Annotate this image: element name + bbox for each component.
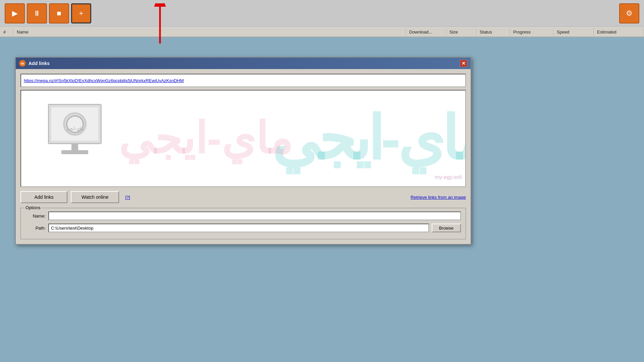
monitor-body: ماي-ايجي xyxy=(48,104,102,144)
dialog-body: https://mega.nz/#!Sn5kXloD!EyXdhcxWqnGz6… xyxy=(16,69,471,244)
monitor-inner-icon: ماي-ايجي xyxy=(63,112,87,136)
dialog-title: Add links xyxy=(29,61,50,66)
browse-button[interactable]: Browse xyxy=(432,224,461,232)
add-button[interactable]: + xyxy=(71,3,91,23)
options-legend: Options xyxy=(24,205,42,210)
url-input[interactable]: https://mega.nz/#!Sn5kXloD!EyXdhcxWqnGz6… xyxy=(20,74,466,87)
toolbar: ▶ ⏸ ■ + ⚙ xyxy=(0,0,644,27)
watermark-site: my-egy.onli xyxy=(435,174,462,180)
options-group: Options Name: Path: Browse xyxy=(20,208,466,239)
computer-icon: ماي-ايجي xyxy=(41,104,108,164)
watermark-arabic-medium: ماي-ايجي xyxy=(118,113,292,164)
col-download: Download... xyxy=(406,27,446,37)
watch-online-button[interactable]: Watch online xyxy=(71,191,119,203)
preview-area: ماي-ايجي ماي-ايجي ماي-ايجي m xyxy=(20,90,466,187)
play-button[interactable]: ▶ xyxy=(5,3,25,23)
name-input[interactable] xyxy=(48,212,461,220)
pause-button[interactable]: ⏸ xyxy=(27,3,47,23)
help-link[interactable]: [?] xyxy=(125,195,130,200)
name-row: Name: xyxy=(25,212,461,220)
name-label: Name: xyxy=(25,214,46,219)
monitor-stand xyxy=(71,143,78,150)
retrieve-links-link[interactable]: Retrieve links from an image xyxy=(411,195,466,200)
watermark-container: ماي-ايجي ماي-ايجي ماي-ايجي m xyxy=(21,90,465,186)
monitor-screen: ماي-ايجي xyxy=(51,107,98,141)
path-row: Path: Browse xyxy=(25,224,461,232)
col-speed: Speed xyxy=(553,27,594,37)
col-status: Status xyxy=(476,27,510,37)
dialog-title-left: m Add links xyxy=(19,60,50,67)
stop-button[interactable]: ■ xyxy=(49,3,69,23)
path-input[interactable] xyxy=(48,224,429,232)
add-links-button[interactable]: Add links xyxy=(20,191,67,203)
dialog-backdrop: m Add links ✕ https://mega.nz/#!Sn5kXloD… xyxy=(15,57,471,245)
col-progress: Progress xyxy=(510,27,553,37)
dialog-app-icon: m xyxy=(19,60,26,67)
watermark-arabic-large: ماي-ايجي xyxy=(271,104,465,174)
settings-button[interactable]: ⚙ xyxy=(619,3,639,23)
table-header: # Name Download... Size Status Progress … xyxy=(0,27,644,37)
path-label: Path: xyxy=(25,226,46,231)
monitor-base xyxy=(61,150,88,154)
col-estimated: Estimated xyxy=(594,27,644,37)
add-links-dialog: m Add links ✕ https://mega.nz/#!Sn5kXloD… xyxy=(15,57,471,245)
dialog-close-button[interactable]: ✕ xyxy=(460,60,467,67)
col-size: Size xyxy=(446,27,476,37)
dialog-buttons-row: Add links Watch online [?] Retrieve link… xyxy=(20,191,466,203)
col-hash: # xyxy=(0,27,13,37)
monitor-arabic-text: ماي-ايجي xyxy=(66,126,84,131)
app-container: ▶ ⏸ ■ + ⚙ # Name Download... Size Status… xyxy=(0,0,644,362)
dialog-titlebar: m Add links ✕ xyxy=(16,58,471,69)
col-name: Name xyxy=(13,27,406,37)
